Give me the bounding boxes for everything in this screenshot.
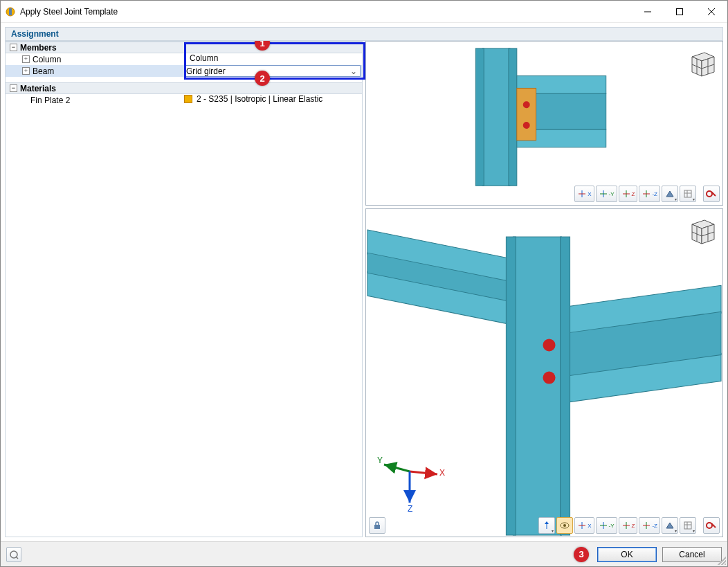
svg-point-13 bbox=[523, 101, 530, 108]
member-column-row[interactable]: + Column Column bbox=[6, 53, 362, 65]
svg-point-45 bbox=[543, 339, 555, 351]
member-column-value: Column bbox=[184, 53, 361, 63]
svg-point-46 bbox=[543, 371, 555, 384]
fin-plate-value: 2 - S235 | Isotropic | Linear Elastic bbox=[197, 94, 322, 104]
svg-rect-6 bbox=[482, 48, 510, 186]
svg-line-47 bbox=[410, 471, 437, 474]
view-style-button[interactable]: ▾ bbox=[680, 186, 696, 202]
fin-plate-label: Fin Plate 2 bbox=[30, 96, 70, 105]
materials-group[interactable]: − Materials bbox=[6, 82, 362, 94]
view-cube-icon[interactable] bbox=[684, 47, 717, 80]
minimize-button[interactable] bbox=[632, 1, 664, 22]
close-button[interactable] bbox=[695, 1, 727, 22]
view-cube-icon[interactable] bbox=[684, 215, 717, 248]
svg-rect-3 bbox=[677, 8, 683, 15]
view-reset-button[interactable] bbox=[703, 517, 720, 534]
view-yz-button[interactable]: Z bbox=[619, 517, 638, 534]
svg-text:X: X bbox=[439, 468, 445, 478]
view-xz-button[interactable]: -Y bbox=[596, 186, 617, 202]
svg-marker-73 bbox=[666, 523, 673, 528]
collapse-icon[interactable]: − bbox=[10, 84, 17, 92]
view-xy-button[interactable]: X bbox=[574, 517, 594, 534]
ok-button[interactable]: OK bbox=[597, 547, 657, 562]
title-bar: Apply Steel Joint Template bbox=[1, 1, 727, 23]
svg-rect-1 bbox=[9, 8, 12, 15]
template-preview-viewport[interactable]: X -Y Z -Z ▾ ▾ bbox=[365, 41, 723, 206]
svg-point-64 bbox=[563, 524, 566, 527]
svg-rect-60 bbox=[374, 525, 380, 529]
model-view-toolbar: ▾ X -Y Z -Z ▾ ▾ bbox=[538, 517, 720, 534]
expand-icon[interactable]: + bbox=[22, 55, 30, 63]
cancel-button[interactable]: Cancel bbox=[662, 547, 722, 562]
callout-2: 2 bbox=[255, 71, 270, 86]
svg-marker-62 bbox=[545, 521, 549, 524]
callout-3: 3 bbox=[574, 547, 589, 562]
material-fin-plate-row[interactable]: Fin Plate 2 2 - S235 | Isotropic | Linea… bbox=[6, 94, 362, 106]
app-icon bbox=[5, 6, 16, 17]
svg-point-14 bbox=[523, 122, 530, 129]
svg-rect-12 bbox=[517, 88, 536, 140]
window-title: Apply Steel Joint Template bbox=[20, 7, 632, 17]
svg-rect-8 bbox=[509, 48, 517, 186]
view-xz-button[interactable]: -Y bbox=[596, 517, 617, 534]
svg-text:Z: Z bbox=[408, 504, 412, 513]
svg-rect-41 bbox=[561, 237, 570, 535]
lock-view-button[interactable] bbox=[369, 517, 385, 534]
member-beam-row[interactable]: + Beam Grid girder ⌄ bbox=[6, 65, 362, 77]
template-joint-icon bbox=[366, 42, 722, 205]
materials-label: Materials bbox=[20, 84, 56, 93]
material-swatch-icon bbox=[184, 95, 192, 103]
view-yz-button[interactable]: Z bbox=[619, 186, 638, 202]
member-beam-dropdown[interactable]: Grid girder ⌄ bbox=[184, 65, 361, 77]
svg-rect-74 bbox=[684, 522, 691, 529]
svg-line-80 bbox=[16, 557, 18, 559]
svg-marker-30 bbox=[666, 191, 673, 197]
model-viewport[interactable]: X Y Z ▾ X -Y Z bbox=[365, 208, 723, 537]
members-group[interactable]: − Members bbox=[6, 42, 362, 53]
collapse-icon[interactable]: − bbox=[10, 44, 17, 51]
view-mz-button[interactable]: -Z bbox=[639, 517, 660, 534]
resize-grip-icon[interactable] bbox=[718, 557, 726, 565]
section-header: Assignment bbox=[5, 27, 723, 41]
svg-rect-39 bbox=[513, 237, 561, 535]
expand-icon[interactable]: + bbox=[22, 67, 30, 75]
view-iso-button[interactable]: ▾ bbox=[662, 186, 678, 202]
view-reset-button[interactable] bbox=[703, 186, 720, 202]
model-left-toolbar bbox=[369, 517, 385, 534]
assignment-panel: − Members + Column Column + Beam Grid gi… bbox=[5, 41, 363, 537]
view-style-button[interactable]: ▾ bbox=[680, 517, 696, 534]
maximize-button[interactable] bbox=[664, 1, 695, 22]
svg-rect-31 bbox=[684, 190, 691, 197]
chevron-down-icon: ⌄ bbox=[349, 66, 358, 76]
member-beam-label: Beam bbox=[33, 66, 54, 76]
preview-view-toolbar: X -Y Z -Z ▾ ▾ bbox=[574, 186, 720, 202]
svg-rect-40 bbox=[506, 237, 516, 535]
svg-line-48 bbox=[384, 465, 410, 471]
view-mz-button[interactable]: -Z bbox=[639, 186, 660, 202]
view-direction-button[interactable]: ▾ bbox=[538, 517, 555, 534]
member-column-label: Column bbox=[33, 55, 61, 64]
view-perspective-button[interactable] bbox=[556, 517, 573, 534]
view-xy-button[interactable]: X bbox=[574, 186, 594, 202]
axis-triad-icon: X Y Z bbox=[372, 444, 448, 513]
view-iso-button[interactable]: ▾ bbox=[662, 517, 678, 534]
svg-rect-7 bbox=[475, 48, 484, 186]
help-button[interactable] bbox=[6, 547, 21, 562]
footer: 3 OK Cancel bbox=[1, 541, 727, 566]
members-label: Members bbox=[20, 43, 57, 53]
svg-text:Y: Y bbox=[377, 456, 383, 465]
